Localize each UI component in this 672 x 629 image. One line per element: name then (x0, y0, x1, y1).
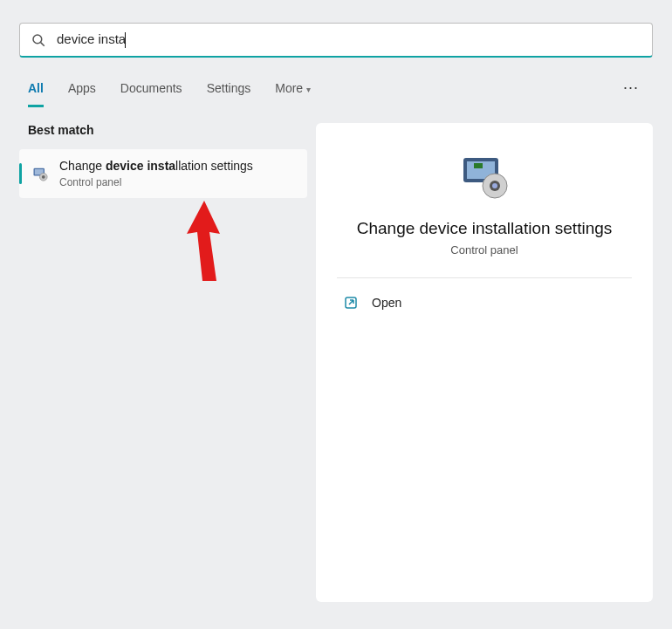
text-caret (125, 32, 126, 48)
detail-pane: Change device installation settings Cont… (316, 123, 653, 602)
section-title-best-match: Best match (28, 123, 307, 137)
result-item[interactable]: Change device installation settings Cont… (19, 149, 307, 198)
detail-subtitle: Control panel (450, 243, 518, 256)
device-settings-icon-large (456, 154, 512, 200)
search-input[interactable]: device insta (57, 31, 641, 48)
svg-point-0 (33, 35, 42, 44)
tab-more[interactable]: More▾ (275, 76, 311, 100)
open-label: Open (372, 296, 401, 310)
open-action[interactable]: Open (337, 291, 632, 315)
svg-rect-8 (474, 163, 483, 168)
result-subtitle: Control panel (59, 175, 253, 189)
tab-apps[interactable]: Apps (68, 76, 96, 100)
search-icon (31, 32, 46, 48)
result-title: Change device installation settings (59, 158, 253, 174)
results-column: Best match Change device installation se… (19, 123, 307, 602)
svg-line-1 (41, 42, 45, 45)
svg-point-11 (492, 183, 497, 188)
svg-point-5 (42, 175, 45, 179)
tab-documents[interactable]: Documents (120, 76, 182, 100)
detail-title: Change device installation settings (357, 219, 613, 238)
device-settings-icon (31, 165, 49, 182)
tab-settings[interactable]: Settings (207, 76, 251, 100)
filter-tabs: All Apps Documents Settings More▾ ··· (0, 75, 672, 100)
overflow-menu-button[interactable]: ··· (618, 75, 644, 100)
chevron-down-icon: ▾ (306, 85, 311, 94)
search-box[interactable]: device insta (19, 23, 653, 58)
tab-all[interactable]: All (28, 76, 44, 100)
divider (337, 277, 632, 278)
open-icon (344, 296, 358, 310)
